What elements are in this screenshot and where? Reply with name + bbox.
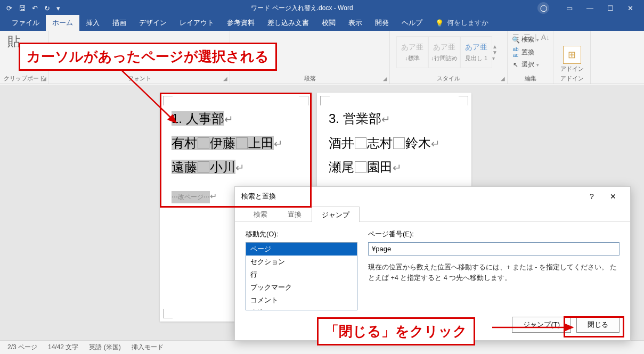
tab-view[interactable]: 表示 xyxy=(342,15,369,31)
minimize-icon[interactable]: — xyxy=(586,4,593,12)
undo-icon[interactable]: ↶ xyxy=(32,4,38,12)
tab-design[interactable]: デザイン xyxy=(133,15,173,31)
addin-btn-label: アドイン xyxy=(560,65,584,73)
tab-insert[interactable]: 挿入 xyxy=(79,15,106,31)
dialog-title: 検索と置換 xyxy=(241,192,276,201)
group-font: フォント xyxy=(49,75,230,83)
status-pages[interactable]: 2/3 ページ xyxy=(7,343,37,352)
group-editing: 編集 xyxy=(508,75,553,83)
list-item[interactable]: セクション xyxy=(246,256,357,268)
ribbon-options-icon[interactable]: ▭ xyxy=(566,4,573,12)
addins-button[interactable]: ⊞ xyxy=(563,46,581,64)
list-item[interactable]: 脚注 xyxy=(246,307,357,310)
paragraph-launcher-icon[interactable]: ◢ xyxy=(383,76,387,81)
style-heading1[interactable]: あア亜見出し 1 xyxy=(460,36,492,68)
group-styles: スタイル xyxy=(390,75,507,83)
styles-more-icon[interactable]: ▲▼▾ xyxy=(492,36,501,68)
tab-help[interactable]: ヘルプ xyxy=(395,15,429,31)
list-item[interactable]: ページ xyxy=(246,243,357,256)
status-insertmode[interactable]: 挿入モード xyxy=(132,343,164,352)
styles-launcher-icon[interactable]: ◢ xyxy=(501,76,505,81)
dialog-help-icon[interactable]: ? xyxy=(581,192,602,201)
select-button[interactable]: ↖選択 ▾ xyxy=(512,59,549,70)
dialog-tab-replace[interactable]: 置換 xyxy=(278,206,312,221)
close-window-icon[interactable]: ✕ xyxy=(627,4,633,12)
save-icon[interactable]: 🖫 xyxy=(19,4,26,12)
list-item[interactable]: 行 xyxy=(246,268,357,281)
replace-icon: abac xyxy=(512,46,519,58)
style-nospace[interactable]: あア亜↓行間詰め xyxy=(428,36,460,68)
dialog-tab-find[interactable]: 検索 xyxy=(243,206,278,221)
tab-file[interactable]: ファイル xyxy=(5,15,46,31)
group-clipboard: クリップボード xyxy=(0,75,48,83)
style-normal[interactable]: あア亜↓標準 xyxy=(396,36,428,68)
autosave-icon[interactable]: ⟳ xyxy=(6,4,12,12)
status-language[interactable]: 英語 (米国) xyxy=(89,343,120,352)
tellme-icon: 💡 xyxy=(435,19,444,27)
clipboard-launcher-icon[interactable]: ◢ xyxy=(42,76,46,81)
tab-developer[interactable]: 開発 xyxy=(369,15,395,31)
goto-button[interactable]: ジャンプ(T) xyxy=(512,317,571,333)
redo-icon[interactable]: ↻ xyxy=(44,4,50,12)
user-avatar[interactable]: ◯ xyxy=(537,2,549,14)
status-words[interactable]: 14/42 文字 xyxy=(48,343,78,352)
maximize-icon[interactable]: ☐ xyxy=(607,4,614,12)
dialog-close-icon[interactable]: ✕ xyxy=(602,192,624,201)
dialog-tab-goto[interactable]: ジャンプ xyxy=(312,207,360,222)
replace-button[interactable]: abac置換 xyxy=(512,45,549,59)
page-number-label: ページ番号(E): xyxy=(368,229,619,239)
tab-mailings[interactable]: 差し込み文書 xyxy=(261,15,315,31)
search-icon: 🔍 xyxy=(512,36,519,44)
select-icon: ↖ xyxy=(512,61,519,69)
list-item[interactable]: コメント xyxy=(246,294,357,307)
list-item[interactable]: ブックマーク xyxy=(246,281,357,294)
annotation-callout-2: 「閉じる」をクリック xyxy=(317,317,475,345)
find-button[interactable]: 🔍検索 ▾ xyxy=(512,34,549,45)
font-launcher-icon[interactable]: ◢ xyxy=(223,76,227,81)
tab-references[interactable]: 参考資料 xyxy=(221,15,261,31)
group-paragraph: 段落 xyxy=(230,75,389,83)
close-button[interactable]: 閉じる xyxy=(576,317,619,333)
tab-draw[interactable]: 描画 xyxy=(106,15,133,31)
tab-review[interactable]: 校閲 xyxy=(315,15,342,31)
goto-target-label: 移動先(O): xyxy=(246,229,357,239)
tab-layout[interactable]: レイアウト xyxy=(173,15,221,31)
goto-target-listbox[interactable]: ページ セクション 行 ブックマーク コメント 脚注 文末脚注 xyxy=(246,242,357,310)
qat-dropdown-icon[interactable]: ▾ xyxy=(56,4,60,12)
window-title: ワード ページ入れ替え.docx - Word xyxy=(67,4,537,13)
page-number-input[interactable] xyxy=(368,242,619,256)
tellme-input[interactable]: 何をしますか xyxy=(447,18,488,28)
group-addin: アドイン xyxy=(553,75,590,83)
goto-hint-text: 現在の位置から数えた位置へ移動するには、+ または - を指定してください。 た… xyxy=(368,262,619,283)
annotation-callout-1: カーソルがあったページが選択される xyxy=(19,43,277,71)
tab-home[interactable]: ホーム xyxy=(46,15,79,31)
